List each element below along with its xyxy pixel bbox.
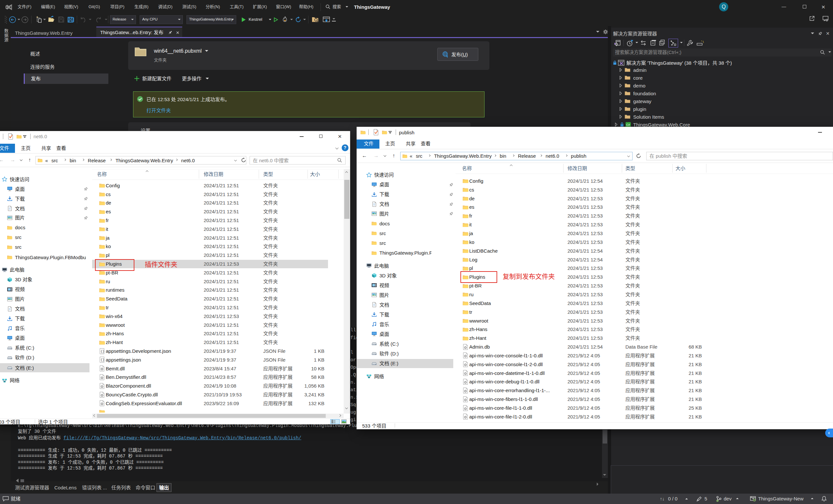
svg-text:{}: {} [100, 358, 104, 362]
svg-text:C#: C# [626, 123, 630, 126]
svg-text:{}: {} [100, 350, 104, 353]
